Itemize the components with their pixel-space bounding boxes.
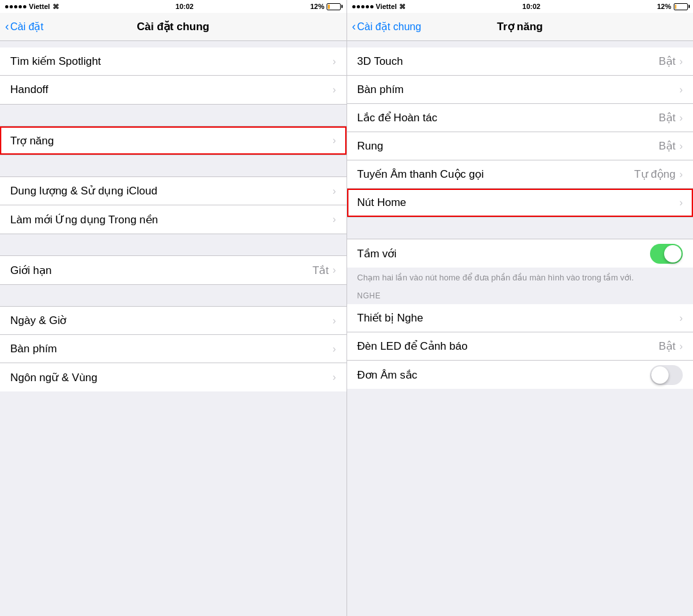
chevron-3d-touch-icon: › [680, 56, 683, 67]
3d-touch-label: 3D Touch [357, 55, 659, 68]
row-tam-voi[interactable]: Tầm với [347, 239, 694, 268]
row-3d-touch[interactable]: 3D Touch Bật › [347, 47, 694, 76]
group-tam-voi: Tầm với [347, 239, 694, 268]
rung-label: Rung [357, 140, 659, 153]
carrier-left: Viettel [29, 3, 50, 10]
right-gap-1 [347, 41, 694, 47]
chevron-tuyen-am-icon: › [680, 169, 683, 180]
chevron-ban-phim-right-icon: › [680, 84, 683, 96]
right-gap-2 [347, 217, 694, 239]
chevron-ngay-gio-icon: › [332, 315, 336, 327]
battery-pct-left: 12% [310, 3, 324, 10]
den-led-label: Đèn LED để Cảnh báo [357, 339, 659, 353]
right-panel: Viettel ⌘ 10:02 12% ‹ Cài đặt chung Trợ … [347, 0, 694, 616]
chevron-tro-nang-icon: › [332, 135, 336, 146]
row-spotlight[interactable]: Tìm kiếm Spotlight › [0, 47, 346, 76]
gap-5 [0, 284, 346, 307]
nghe-header: NGHE [347, 287, 694, 304]
nav-back-label-right: Cài đặt chung [357, 21, 422, 33]
chevron-rung-icon: › [680, 141, 683, 152]
group-nghe: Thiết bị Nghe › Đèn LED để Cảnh báo Bật … [347, 304, 694, 389]
battery-pct-right: 12% [657, 3, 671, 10]
status-right-right: 12% [657, 3, 688, 10]
don-am-sac-label: Đơn Âm sắc [357, 368, 651, 382]
chevron-handoff-icon: › [332, 84, 336, 96]
row-thiet-bi-nghe[interactable]: Thiết bị Nghe › [347, 304, 694, 332]
icloud-label: Dung lượng & Sử dụng iCloud [10, 184, 332, 198]
wifi-icon-left: ⌘ [53, 3, 59, 10]
lac-de-label: Lắc để Hoàn tác [357, 111, 659, 124]
row-lam-moi[interactable]: Làm mới Ứng dụng Trong nền › [0, 205, 346, 234]
chevron-icloud-icon: › [332, 185, 336, 197]
handoff-label: Handoff [10, 83, 332, 96]
row-tuyen-am[interactable]: Tuyến Âm thanh Cuộc gọi Tự động › [347, 160, 694, 189]
tam-voi-helper: Chạm hai lần vào nút home để đưa phần đầ… [347, 268, 694, 287]
nav-bar-left: ‹ Cài đặt Cài đặt chung [0, 13, 346, 41]
nav-back-left[interactable]: ‹ Cài đặt [5, 20, 44, 33]
tuyen-am-label: Tuyến Âm thanh Cuộc gọi [357, 167, 635, 181]
chevron-den-led-icon: › [680, 341, 683, 352]
chevron-nut-home-icon: › [680, 197, 683, 209]
time-left: 10:02 [176, 3, 194, 10]
tam-voi-toggle[interactable] [650, 244, 683, 264]
row-gioi-han[interactable]: Giới hạn Tắt › [0, 256, 346, 284]
row-don-am-sac[interactable]: Đơn Âm sắc [347, 361, 694, 389]
nav-back-label-left: Cài đặt [10, 21, 44, 33]
battery-icon-right [674, 3, 688, 10]
time-right: 10:02 [522, 3, 540, 10]
group-tro-nang: Trợ năng › [0, 126, 346, 155]
chevron-thiet-bi-nghe-icon: › [680, 312, 683, 324]
group-bottom: Ngày & Giờ › Bàn phím › Ngôn ngữ & Vùng … [0, 307, 346, 391]
group-icloud: Dung lượng & Sử dụng iCloud › Làm mới Ứn… [0, 177, 346, 234]
don-am-sac-toggle[interactable] [650, 365, 683, 385]
gioi-han-value: Tắt [312, 264, 329, 277]
signal-icon-right [352, 5, 373, 8]
right-content: 3D Touch Bật › Bàn phím › Lắc để Hoàn tá… [347, 41, 694, 616]
chevron-lac-de-icon: › [680, 112, 683, 124]
left-content: Tìm kiếm Spotlight › Handoff › Trợ năng … [0, 41, 346, 616]
carrier-right: Viettel [376, 3, 397, 10]
nav-bar-right: ‹ Cài đặt chung Trợ năng [347, 13, 694, 41]
gap-4 [0, 234, 346, 256]
battery-icon-left [327, 3, 341, 10]
row-ban-phim-right[interactable]: Bàn phím › [347, 76, 694, 104]
den-led-value: Bật [659, 339, 676, 353]
row-rung[interactable]: Rung Bật › [347, 132, 694, 160]
toggle-knob [664, 245, 681, 262]
chevron-ban-phim-left-icon: › [332, 343, 336, 355]
row-ngon-ngu[interactable]: Ngôn ngữ & Vùng › [0, 363, 346, 391]
row-icloud[interactable]: Dung lượng & Sử dụng iCloud › [0, 177, 346, 205]
ngon-ngu-label: Ngôn ngữ & Vùng [10, 371, 332, 384]
ngay-gio-label: Ngày & Giờ [10, 314, 332, 327]
nav-back-right[interactable]: ‹ Cài đặt chung [352, 20, 422, 33]
tro-nang-label: Trợ năng [10, 134, 332, 148]
row-den-led[interactable]: Đèn LED để Cảnh báo Bật › [347, 332, 694, 361]
row-nut-home[interactable]: Nút Home › [347, 189, 694, 217]
row-ban-phim-left[interactable]: Bàn phím › [0, 335, 346, 363]
tuyen-am-value: Tự động [634, 167, 675, 181]
lam-moi-label: Làm mới Ứng dụng Trong nền [10, 213, 332, 227]
row-lac-de[interactable]: Lắc để Hoàn tác Bật › [347, 104, 694, 132]
row-ngay-gio[interactable]: Ngày & Giờ › [0, 307, 346, 335]
row-tro-nang[interactable]: Trợ năng › [0, 126, 346, 155]
status-left-right: Viettel ⌘ [352, 3, 406, 10]
rung-value: Bật [659, 139, 676, 153]
toggle-knob-off [651, 366, 669, 384]
chevron-ngon-ngu-icon: › [332, 372, 336, 383]
group-right-1: 3D Touch Bật › Bàn phím › Lắc để Hoàn tá… [347, 47, 694, 217]
left-panel: Viettel ⌘ 10:02 12% ‹ Cài đặt Cài đặt ch… [0, 0, 346, 616]
ban-phim-right-label: Bàn phím [357, 83, 680, 96]
wifi-icon-right: ⌘ [399, 3, 406, 10]
lac-de-value: Bật [659, 111, 676, 124]
group-spotlight-handoff: Tìm kiếm Spotlight › Handoff › [0, 47, 346, 104]
row-handoff[interactable]: Handoff › [0, 76, 346, 104]
nav-title-left: Cài đặt chung [137, 20, 209, 33]
chevron-back-left-icon: ‹ [5, 20, 9, 33]
signal-icon [5, 5, 26, 8]
spotlight-label: Tìm kiếm Spotlight [10, 55, 332, 68]
status-bar-right: Viettel ⌘ 10:02 12% [347, 0, 694, 13]
gap-1 [0, 41, 346, 47]
gap-3 [0, 155, 346, 177]
chevron-gioi-han-icon: › [332, 264, 336, 276]
chevron-back-right-icon: ‹ [352, 20, 356, 33]
